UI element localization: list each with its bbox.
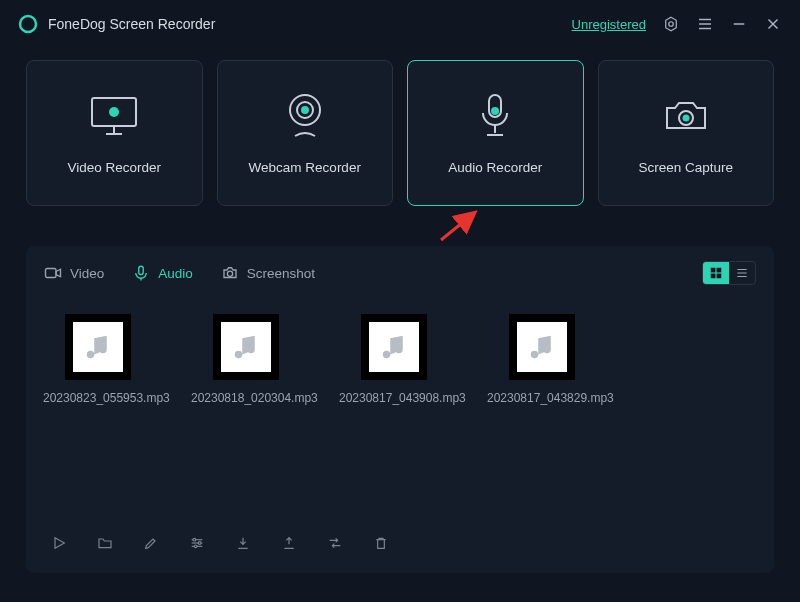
mode-label: Webcam Recorder	[249, 160, 361, 175]
music-note-icon	[221, 322, 271, 372]
titlebar-left: FoneDog Screen Recorder	[18, 14, 215, 34]
mode-video-recorder[interactable]: Video Recorder	[26, 60, 203, 206]
grid-view-button[interactable]	[703, 262, 729, 284]
file-thumb	[361, 314, 427, 380]
filter-label: Screenshot	[247, 266, 315, 281]
file-thumb	[65, 314, 131, 380]
settings-gear-icon[interactable]	[662, 15, 680, 33]
svg-point-40	[194, 545, 197, 548]
list-view-button[interactable]	[729, 262, 755, 284]
download-icon[interactable]	[234, 534, 252, 552]
filter-tab-screenshot[interactable]: Screenshot	[221, 264, 315, 282]
play-icon[interactable]	[50, 534, 68, 552]
filter-label: Audio	[158, 266, 193, 281]
mode-webcam-recorder[interactable]: Webcam Recorder	[217, 60, 394, 206]
file-name-label: 20230818_020304.mp3	[191, 390, 301, 407]
filter-label: Video	[70, 266, 104, 281]
mode-label: Screen Capture	[638, 160, 733, 175]
app-logo-icon	[18, 14, 38, 34]
library-panel: Video Audio Screenshot 20230823_055953.m…	[26, 246, 774, 573]
svg-marker-1	[666, 17, 677, 31]
svg-point-26	[227, 271, 232, 276]
file-item[interactable]: 20230818_020304.mp3	[196, 314, 296, 523]
svg-line-22	[441, 214, 473, 240]
file-toolbar	[44, 523, 756, 563]
titlebar: FoneDog Screen Recorder Unregistered	[0, 0, 800, 48]
share-icon[interactable]	[280, 534, 298, 552]
minimize-icon[interactable]	[730, 15, 748, 33]
svg-rect-27	[711, 268, 716, 273]
file-name-label: 20230823_055953.mp3	[43, 390, 153, 407]
svg-rect-17	[491, 107, 499, 115]
trash-icon[interactable]	[372, 534, 390, 552]
sliders-icon[interactable]	[188, 534, 206, 552]
svg-rect-23	[46, 269, 57, 278]
music-note-icon	[517, 322, 567, 372]
mode-audio-recorder[interactable]: Audio Recorder	[407, 60, 584, 206]
file-item[interactable]: 20230817_043829.mp3	[492, 314, 592, 523]
music-note-icon	[73, 322, 123, 372]
filter-tab-audio[interactable]: Audio	[132, 264, 193, 282]
file-name-label: 20230817_043908.mp3	[339, 390, 449, 407]
mode-cards-row: Video Recorder Webcam Recorder Audio Rec…	[0, 48, 800, 206]
microphone-icon	[475, 92, 515, 140]
folder-icon[interactable]	[96, 534, 114, 552]
file-item[interactable]: 20230823_055953.mp3	[48, 314, 148, 523]
app-title: FoneDog Screen Recorder	[48, 16, 215, 32]
mode-label: Audio Recorder	[448, 160, 542, 175]
close-icon[interactable]	[764, 15, 782, 33]
file-thumb	[509, 314, 575, 380]
edit-icon[interactable]	[142, 534, 160, 552]
svg-point-39	[198, 542, 201, 545]
registration-status-link[interactable]: Unregistered	[572, 17, 646, 32]
convert-icon[interactable]	[326, 534, 344, 552]
filter-tab-video[interactable]: Video	[44, 264, 104, 282]
menu-icon[interactable]	[696, 15, 714, 33]
file-item[interactable]: 20230817_043908.mp3	[344, 314, 444, 523]
view-toggle	[702, 261, 756, 285]
webcam-icon	[283, 92, 327, 140]
svg-rect-29	[711, 274, 716, 279]
music-note-icon	[369, 322, 419, 372]
mode-label: Video Recorder	[67, 160, 161, 175]
svg-rect-28	[717, 268, 722, 273]
svg-point-38	[193, 538, 196, 541]
svg-rect-30	[717, 274, 722, 279]
titlebar-right: Unregistered	[572, 15, 782, 33]
annotation-arrow-icon	[433, 208, 483, 244]
monitor-icon	[88, 92, 140, 140]
svg-marker-34	[55, 538, 64, 549]
mode-screen-capture[interactable]: Screen Capture	[598, 60, 775, 206]
file-name-label: 20230817_043829.mp3	[487, 390, 597, 407]
camera-icon	[661, 92, 711, 140]
svg-rect-24	[139, 266, 144, 274]
file-grid: 20230823_055953.mp3 20230818_020304.mp3 …	[44, 300, 756, 523]
svg-point-12	[109, 107, 119, 117]
svg-point-0	[20, 16, 36, 32]
svg-point-2	[669, 22, 674, 27]
file-thumb	[213, 314, 279, 380]
svg-point-21	[682, 114, 689, 121]
svg-point-15	[301, 106, 309, 114]
filter-row: Video Audio Screenshot	[44, 246, 756, 300]
